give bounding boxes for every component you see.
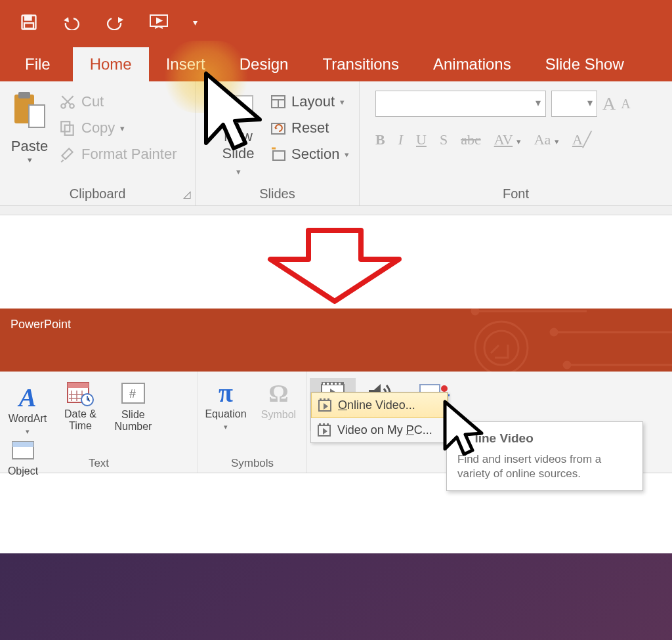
cut-label: Cut xyxy=(81,93,104,110)
clear-formatting-button[interactable]: A╱ xyxy=(572,131,591,148)
customize-qat-dropdown-icon[interactable]: ▾ xyxy=(193,17,198,28)
new-slide-dropdown-icon[interactable]: ▾ xyxy=(236,167,241,177)
paste-label: Paste xyxy=(4,138,55,155)
section-label: Section xyxy=(291,146,339,163)
font-group-label: Font xyxy=(360,186,672,202)
slide-canvas[interactable] xyxy=(0,553,672,640)
svg-rect-5 xyxy=(18,92,30,98)
symbols-group-label: Symbols xyxy=(198,457,306,470)
italic-button[interactable]: I xyxy=(398,131,403,148)
font-size-combo[interactable] xyxy=(551,91,597,117)
wordart-button[interactable]: A WordArt xyxy=(3,383,52,435)
group-symbols: π Equation Ω Symbol Symbols xyxy=(198,372,307,473)
svg-rect-23 xyxy=(68,383,89,388)
powerpoint-home-ribbon-panel: ▾ File Home Insert Design Transitions An… xyxy=(0,0,672,215)
film-icon xyxy=(318,425,331,437)
svg-rect-2 xyxy=(24,23,33,28)
svg-rect-40 xyxy=(335,383,337,385)
red-down-arrow-icon xyxy=(249,226,420,305)
mouse-cursor-icon xyxy=(440,399,495,463)
tab-transitions[interactable]: Transitions xyxy=(305,47,415,81)
slides-group-label: Slides xyxy=(196,186,359,202)
paste-icon xyxy=(10,89,49,131)
menu-online-video[interactable]: Online Video... xyxy=(311,393,448,418)
text-group-label: Text xyxy=(0,457,198,470)
change-case-button[interactable]: Aa ▾ xyxy=(534,131,559,148)
object-button[interactable]: Object xyxy=(3,435,43,477)
layout-label: Layout xyxy=(291,93,335,110)
svg-point-21 xyxy=(564,362,570,368)
tab-file[interactable]: File xyxy=(0,47,73,81)
svg-rect-38 xyxy=(327,383,329,385)
slide-number-button[interactable]: # Slide Number xyxy=(108,379,158,432)
layout-button[interactable]: Layout ▾ xyxy=(270,93,355,110)
date-time-button[interactable]: Date & Time xyxy=(55,378,105,431)
equation-dropdown-icon[interactable] xyxy=(224,421,228,431)
quick-access-toolbar: ▾ xyxy=(0,0,672,44)
paste-dropdown-icon[interactable]: ▾ xyxy=(4,155,55,165)
group-clipboard: Paste ▾ Cut Copy ▾ Format Painter Clip xyxy=(0,81,196,205)
date-time-label: Date & Time xyxy=(64,408,96,431)
layout-dropdown-icon[interactable]: ▾ xyxy=(340,97,345,107)
underline-button[interactable]: U xyxy=(416,131,427,148)
wordart-icon: A xyxy=(19,384,37,412)
strikethrough-button[interactable]: abc xyxy=(461,131,481,148)
cut-button[interactable]: Cut xyxy=(59,93,191,110)
video-dropdown-menu: Online Video... Video on My PC... xyxy=(310,392,448,443)
clipboard-dialog-launcher-icon[interactable]: ◿ xyxy=(183,188,191,200)
svg-rect-41 xyxy=(339,383,341,385)
ribbon-lower-strip xyxy=(0,206,672,215)
section-button[interactable]: Section ▾ xyxy=(270,146,355,163)
copy-label: Copy xyxy=(81,119,115,137)
wordart-label: WordArt xyxy=(9,413,47,425)
slide-number-icon: # xyxy=(120,380,146,408)
symbol-button[interactable]: Ω Symbol xyxy=(253,379,303,421)
reset-button[interactable]: Reset xyxy=(270,119,355,137)
tab-slideshow[interactable]: Slide Show xyxy=(528,47,641,81)
group-font: A A B I U S abc AV ▾ Aa ▾ A╱ Font xyxy=(360,81,672,205)
date-time-icon xyxy=(66,379,94,407)
section-dropdown-icon[interactable]: ▾ xyxy=(345,150,349,160)
paste-button[interactable]: Paste ▾ xyxy=(4,87,55,165)
undo-icon[interactable] xyxy=(60,14,84,30)
powerpoint-insert-ribbon-panel: PowerPoint A WordArt Date & Time xyxy=(0,309,672,640)
mouse-cursor-icon xyxy=(200,71,278,163)
tab-animations[interactable]: Animations xyxy=(416,47,528,81)
menu-video-on-pc[interactable]: Video on My PC... xyxy=(311,418,448,442)
grow-font-button[interactable]: A xyxy=(602,93,616,114)
svg-point-20 xyxy=(551,329,557,335)
scissors-icon xyxy=(59,93,76,110)
svg-text:#: # xyxy=(129,387,136,400)
equation-button[interactable]: π Equation xyxy=(201,378,251,431)
svg-point-49 xyxy=(441,385,448,392)
menu-online-video-label: Online Video... xyxy=(338,398,415,412)
app-title: PowerPoint xyxy=(10,318,71,331)
reset-label: Reset xyxy=(291,119,329,137)
film-icon xyxy=(318,400,331,412)
char-spacing-button[interactable]: AV ▾ xyxy=(494,131,521,148)
copy-button[interactable]: Copy ▾ xyxy=(59,119,191,137)
group-text: A WordArt Date & Time # Slide Number xyxy=(0,372,198,473)
format-painter-label: Format Painter xyxy=(81,146,177,163)
svg-point-18 xyxy=(484,331,518,365)
shadow-button[interactable]: S xyxy=(440,131,448,148)
title-bar: PowerPoint xyxy=(0,309,672,372)
copy-dropdown-icon[interactable]: ▾ xyxy=(120,123,125,133)
bold-button[interactable]: B xyxy=(375,131,385,148)
symbol-icon: Ω xyxy=(268,380,288,408)
font-name-combo[interactable] xyxy=(375,91,546,117)
redo-icon[interactable] xyxy=(106,14,126,30)
symbol-label: Symbol xyxy=(261,409,296,421)
format-painter-button[interactable]: Format Painter xyxy=(59,146,191,163)
start-slideshow-icon[interactable] xyxy=(148,13,171,32)
svg-rect-10 xyxy=(65,125,74,135)
svg-rect-37 xyxy=(323,383,325,385)
tab-home[interactable]: Home xyxy=(73,47,149,81)
home-ribbon: Paste ▾ Cut Copy ▾ Format Painter Clip xyxy=(0,81,672,206)
wordart-dropdown-icon[interactable] xyxy=(26,426,30,435)
ribbon-tabs: File Home Insert Design Transitions Anim… xyxy=(0,44,672,81)
save-icon[interactable] xyxy=(20,13,38,32)
shrink-font-button[interactable]: A xyxy=(621,96,630,112)
equation-icon: π xyxy=(219,379,233,407)
svg-point-19 xyxy=(472,309,478,314)
